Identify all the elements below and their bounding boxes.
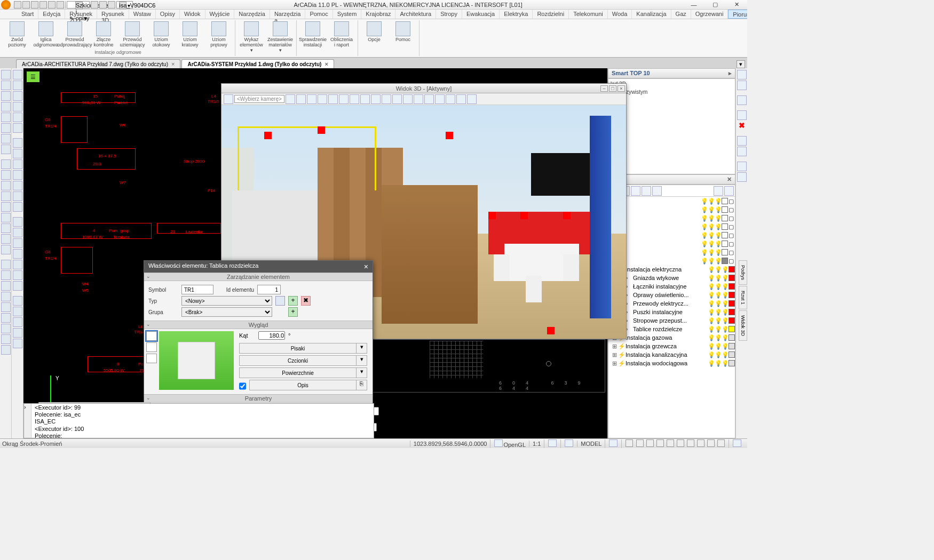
view3d-tool-15[interactable]	[435, 94, 445, 104]
project-item[interactable]: -Oś	[610, 104, 734, 112]
ribbon-button[interactable]: Przewódodprowadzający	[62, 21, 88, 48]
menu-rysunek 2d[interactable]: Rysunek 2D	[65, 10, 97, 19]
view3d-tool-7[interactable]	[350, 94, 359, 104]
tool-icon[interactable]	[13, 238, 22, 248]
ribbon-button[interactable]: Zestawieniemateriałów ▾	[267, 21, 293, 53]
tool-icon[interactable]	[1, 324, 11, 333]
qat-undo-icon[interactable]	[48, 1, 56, 9]
status-model[interactable]: MODEL	[577, 441, 605, 447]
camera-select[interactable]: <Wybierz kamerę>	[234, 95, 284, 103]
vtab[interactable]: Podrys	[739, 260, 747, 285]
tool-icon[interactable]	[1, 255, 11, 259]
layer-tool-3[interactable]	[631, 186, 640, 196]
tool-icon[interactable]	[13, 249, 22, 259]
menu-pomoc[interactable]: Pomoc	[305, 10, 333, 19]
bottom-viewport[interactable]: 604 639 644	[365, 339, 605, 393]
view3d-tool-8[interactable]	[360, 94, 370, 104]
ribbon-button[interactable]: Przewóduziemiający	[120, 21, 145, 48]
description-button[interactable]: Opis	[249, 380, 357, 390]
tool-icon[interactable]	[13, 181, 22, 190]
qat-dropdown-sketching[interactable]: ✎ Szkicowanie i opisy ▾	[67, 1, 90, 9]
view3d-tool-17[interactable]	[456, 94, 466, 104]
tool-icon[interactable]	[13, 328, 22, 338]
cad-element[interactable]	[61, 116, 88, 143]
layers-panel[interactable]: •💡💡💡▢•💡💡💡▢•💡💡💡▢•💡💡💡▢•💡💡💡▢•💡💡💡▢•💡💡💡▢•💡💡💡▢…	[608, 185, 735, 438]
menu-ogrzewani[interactable]: Ogrzewani	[691, 10, 729, 19]
view3d-tool-5[interactable]	[328, 94, 338, 104]
layer-row[interactable]: •💡💡💡▢	[608, 257, 735, 265]
tool-icon[interactable]	[1, 334, 11, 344]
menu-opisy[interactable]: Opisy	[156, 10, 180, 19]
tool-icon[interactable]	[13, 202, 22, 212]
view3d-tool-11[interactable]	[392, 94, 402, 104]
tab-close-icon[interactable]: ×	[324, 61, 328, 67]
menu-kanalizacja[interactable]: Kanalizacja	[632, 10, 671, 19]
red-x[interactable]: ✖	[737, 121, 747, 131]
tree-item[interactable]: ▫▫Łączniki instalacyjne💡💡💡	[608, 282, 735, 291]
cmd-expand-icon[interactable]: ›	[24, 404, 31, 438]
tool-icon[interactable]	[1, 213, 11, 222]
ribbon-button[interactable]: Uziomkratowy	[177, 21, 203, 48]
minimize-button[interactable]: —	[683, 0, 705, 10]
tool-icon[interactable]	[1, 270, 11, 280]
tool-icon[interactable]	[13, 138, 22, 148]
tool-icon[interactable]	[1, 260, 11, 269]
menu-elektryka[interactable]: Elektryka	[500, 10, 533, 19]
view3d-tool-12[interactable]	[403, 94, 413, 104]
qat-redo-icon[interactable]	[57, 1, 64, 9]
tool-icon[interactable]	[13, 159, 22, 169]
dialog-titlebar[interactable]: Właściwości elementu: Tablica rozdzielcz…	[144, 261, 373, 273]
qat-dropdown-layer[interactable]: isa_V904DC6 ▾	[116, 1, 133, 9]
tool-icon[interactable]	[13, 102, 22, 111]
qat-print-icon[interactable]	[39, 1, 47, 9]
tool-icon[interactable]	[1, 234, 11, 244]
angle-field[interactable]	[258, 331, 285, 340]
menu-narzędzia a[interactable]: Narzędzia a	[270, 10, 306, 19]
tree-item[interactable]: ▫▫Gniazda wtykowe💡💡💡	[608, 274, 735, 282]
tree-item[interactable]: ⊞⚡Instalacja gazowa💡💡💡	[608, 333, 735, 342]
tool-icon[interactable]	[1, 91, 11, 101]
symbol-field[interactable]	[181, 285, 213, 294]
tool-icon[interactable]	[1, 70, 11, 79]
view3d-titlebar[interactable]: Widok 3D - [Aktywny] – □ ×	[221, 84, 626, 93]
layer-tool-5[interactable]	[652, 186, 662, 196]
ribbon-button[interactable]: Wykazelementów ▾	[239, 21, 264, 53]
tool-icon[interactable]	[13, 213, 22, 216]
toggle-2[interactable]	[636, 439, 644, 447]
toggle-1[interactable]	[626, 439, 633, 447]
layer-row[interactable]: •💡💡💡▢	[608, 222, 735, 231]
document-tab[interactable]: ArCADia-ARCHITEKTURA Przykład 7.dwg (Tyl…	[16, 59, 180, 68]
layer-row[interactable]: •💡💡💡▢	[608, 197, 735, 205]
menu-telekomuni[interactable]: Telekomuni	[569, 10, 608, 19]
close-button[interactable]: ✕	[726, 0, 747, 10]
axis-icon[interactable]	[737, 147, 747, 156]
tool-icon[interactable]	[1, 292, 11, 301]
view3d-tool-13[interactable]	[414, 94, 423, 104]
layer-row[interactable]: •💡💡💡▢	[608, 248, 735, 257]
section-appearance[interactable]: ⌄Wygląd	[144, 321, 373, 329]
cad-element[interactable]	[61, 92, 136, 103]
tool-icon[interactable]	[13, 270, 22, 280]
layer-settings-icon[interactable]	[724, 186, 734, 196]
tool-icon[interactable]	[13, 260, 22, 269]
tool-icon[interactable]	[13, 149, 22, 158]
cad-element[interactable]	[157, 223, 221, 234]
ribbon-button[interactable]: Pomoc	[390, 21, 416, 43]
ribbon-button[interactable]: Uziomotokowy	[148, 21, 174, 48]
vtab[interactable]: Rzut 1	[739, 286, 747, 309]
qat-lock-icon[interactable]	[108, 1, 115, 9]
ribbon-button[interactable]: Iglicaodgromowa	[33, 21, 59, 48]
ribbon-button[interactable]: Obliczeniai raport	[329, 21, 354, 48]
type-delete-button[interactable]: ✖	[301, 296, 311, 306]
layer-row[interactable]: •💡💡💡▢	[608, 205, 735, 214]
view3d-tool-4[interactable]	[318, 94, 327, 104]
menu-krajobraz[interactable]: Krajobraz	[361, 10, 395, 19]
menu-wyjście[interactable]: Wyjście	[205, 10, 235, 19]
opis-checkbox[interactable]	[239, 382, 246, 390]
tree-item[interactable]: ▫▫Przewody elektrycz...💡💡💡	[608, 299, 735, 308]
maximize-button[interactable]: ▢	[705, 0, 726, 10]
tool-icon[interactable]	[13, 339, 22, 348]
tree-item[interactable]: ▫▫Puszki instalacyjne💡💡💡	[608, 308, 735, 316]
toggle-10[interactable]	[717, 439, 725, 447]
view3d-tool-18[interactable]	[467, 94, 477, 104]
